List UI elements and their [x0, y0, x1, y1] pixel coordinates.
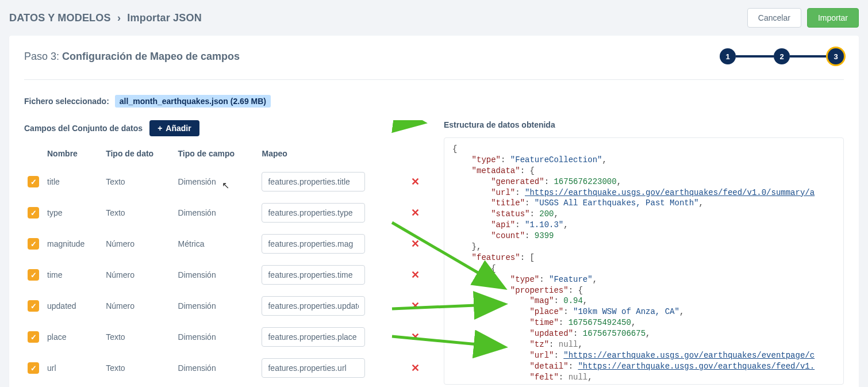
- col-map: Mapeo: [258, 144, 404, 166]
- remove-row-button[interactable]: ✕: [408, 331, 423, 343]
- field-name: time: [44, 259, 102, 290]
- field-ftype: Dimensión: [175, 352, 259, 384]
- table-row: ✓typeTextoDimensión✕: [24, 197, 427, 228]
- field-name: updated: [44, 290, 102, 321]
- step-2[interactable]: 2: [774, 48, 790, 64]
- field-ftype: Dimensión: [175, 166, 259, 197]
- field-ftype: Dimensión: [175, 259, 259, 290]
- json-structure-pane[interactable]: { "type": "FeatureCollection", "metadata…: [444, 137, 844, 385]
- field-dtype: Texto: [102, 166, 174, 197]
- table-row: ✓idTextoDimensión✕: [24, 384, 427, 387]
- field-ftype: Dimensión: [175, 290, 259, 321]
- breadcrumb: DATOS Y MODELOS › Importar JSON: [9, 12, 202, 24]
- chevron-right-icon: ›: [114, 12, 124, 24]
- file-selected-label: Fichero seleccionado:: [24, 97, 109, 106]
- field-name: title: [44, 166, 102, 197]
- breadcrumb-root[interactable]: DATOS Y MODELOS: [9, 12, 111, 24]
- remove-row-button[interactable]: ✕: [408, 238, 423, 250]
- mapping-input[interactable]: [262, 358, 365, 378]
- add-field-button[interactable]: + Añadir: [149, 120, 199, 136]
- field-dtype: Texto: [102, 197, 174, 228]
- col-name: Nombre: [44, 144, 102, 166]
- field-dtype: Número: [102, 290, 174, 321]
- stepper: 1 2 3: [720, 48, 844, 64]
- row-checkbox[interactable]: ✓: [28, 362, 39, 374]
- row-checkbox[interactable]: ✓: [28, 269, 39, 281]
- cancel-button[interactable]: Cancelar: [747, 8, 801, 28]
- mapping-input[interactable]: [262, 234, 365, 254]
- import-card: Paso 3: Configuración de Mapeo de campos…: [9, 36, 859, 387]
- mapping-input[interactable]: [262, 172, 365, 191]
- remove-row-button[interactable]: ✕: [408, 362, 423, 374]
- field-dtype: Número: [102, 228, 174, 259]
- row-checkbox[interactable]: ✓: [28, 238, 39, 250]
- field-name: place: [44, 321, 102, 352]
- table-row: ✓placeTextoDimensión✕: [24, 321, 427, 352]
- remove-row-button[interactable]: ✕: [408, 207, 423, 219]
- plus-icon: +: [158, 124, 162, 133]
- fields-column: Campos del Conjunto de datos + Añadir No…: [24, 120, 427, 387]
- field-name: type: [44, 197, 102, 228]
- field-dtype: Texto: [102, 321, 174, 352]
- file-chip: all_month_earthquakes.json (2.69 MB): [115, 95, 271, 108]
- row-checkbox[interactable]: ✓: [28, 331, 39, 343]
- field-dtype: Número: [102, 259, 174, 290]
- field-name: id: [44, 384, 102, 387]
- table-row: ✓titleTextoDimensión✕: [24, 166, 427, 197]
- field-ftype: Métrica: [175, 228, 259, 259]
- mapping-input[interactable]: [262, 265, 365, 285]
- field-ftype: Dimensión: [175, 197, 259, 228]
- structure-title: Estructura de datos obtenida: [444, 120, 844, 129]
- row-checkbox[interactable]: ✓: [28, 207, 39, 219]
- field-name: url: [44, 352, 102, 384]
- row-checkbox[interactable]: ✓: [28, 176, 39, 187]
- table-row: ✓magnitudeNúmeroMétrica✕: [24, 228, 427, 259]
- field-name: magnitude: [44, 228, 102, 259]
- structure-column: Estructura de datos obtenida { "type": "…: [444, 120, 844, 385]
- fields-section-label: Campos del Conjunto de datos: [24, 124, 143, 133]
- step-3[interactable]: 3: [828, 48, 844, 64]
- field-ftype: Dimensión: [175, 321, 259, 352]
- remove-row-button[interactable]: ✕: [408, 300, 423, 312]
- field-dtype: Texto: [102, 352, 174, 384]
- field-ftype: Dimensión: [175, 384, 259, 387]
- row-checkbox[interactable]: ✓: [28, 300, 39, 312]
- table-row: ✓urlTextoDimensión✕: [24, 352, 427, 384]
- mapping-input[interactable]: [262, 203, 365, 223]
- mapping-input[interactable]: [262, 327, 365, 347]
- import-button[interactable]: Importar: [807, 8, 859, 28]
- table-row: ✓timeNúmeroDimensión✕: [24, 259, 427, 290]
- step-1[interactable]: 1: [720, 48, 736, 64]
- step-title: Paso 3: Configuración de Mapeo de campos: [24, 51, 240, 63]
- table-row: ✓updatedNúmeroDimensión✕: [24, 290, 427, 321]
- fields-table: Nombre Tipo de dato Tipo de campo Mapeo …: [24, 144, 427, 387]
- col-ftype: Tipo de campo: [175, 144, 259, 166]
- mapping-input[interactable]: [262, 296, 365, 316]
- breadcrumb-current: Importar JSON: [127, 12, 202, 24]
- remove-row-button[interactable]: ✕: [408, 176, 423, 187]
- field-dtype: Texto: [102, 384, 174, 387]
- col-dtype: Tipo de dato: [102, 144, 174, 166]
- remove-row-button[interactable]: ✕: [408, 269, 423, 281]
